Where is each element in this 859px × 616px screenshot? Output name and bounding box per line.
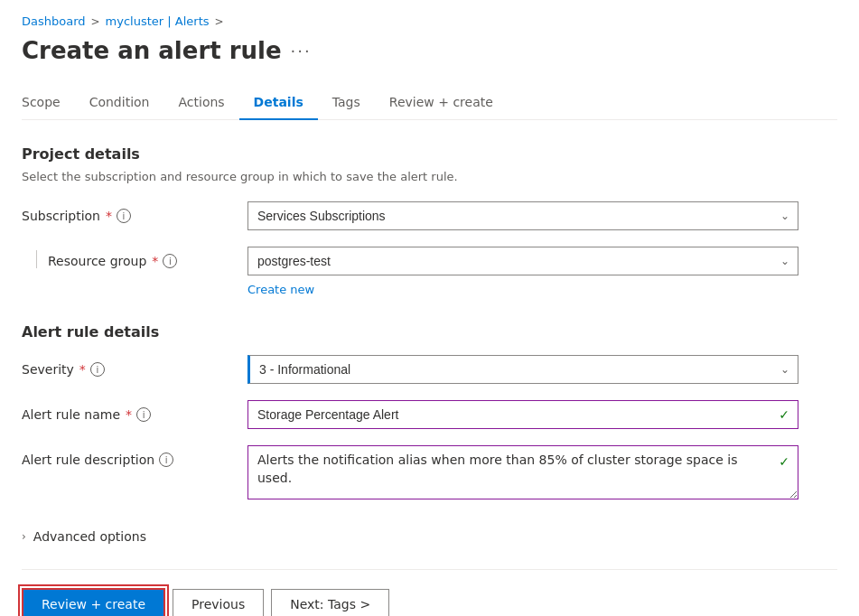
resource-group-required: * [152,254,158,268]
alert-rule-desc-check-icon: ✓ [779,454,789,469]
breadcrumb-cluster[interactable]: mycluster | Alerts [106,14,210,28]
page-title: Create an alert rule [22,37,282,64]
alert-rule-name-wrapper: ✓ [247,400,798,429]
breadcrumb-dashboard[interactable]: Dashboard [22,14,86,28]
severity-select-wrapper: 3 - Informational 0 - Critical 1 - Error… [247,355,798,384]
severity-label: Severity * i [22,355,247,377]
review-create-button[interactable]: Review + create [22,588,165,616]
subscription-info-icon[interactable]: i [117,209,131,223]
resource-group-select-wrapper: postgres-test ⌄ [247,247,798,275]
alert-rule-name-input[interactable] [247,400,798,429]
severity-select[interactable]: 3 - Informational 0 - Critical 1 - Error… [247,355,798,384]
subscription-select[interactable]: Services Subscriptions [247,201,798,230]
alert-rule-name-label: Alert rule name * i [22,400,247,422]
alert-rule-desc-wrapper: Alerts the notification alias when more … [247,445,798,502]
advanced-options-label: Advanced options [33,529,146,544]
severity-required: * [79,362,86,377]
next-tags-button[interactable]: Next: Tags > [271,589,389,616]
alert-rule-name-required: * [126,407,132,422]
alert-rule-details-section: Alert rule details Severity * i 3 - Info… [22,323,837,502]
alert-rule-desc-info-icon[interactable]: i [159,453,173,467]
tab-details[interactable]: Details [239,86,318,120]
footer-divider [22,569,837,570]
resource-group-label: Resource group * i [48,247,177,268]
tab-condition[interactable]: Condition [75,86,164,120]
advanced-options-toggle[interactable]: › Advanced options [22,529,837,544]
resource-group-select[interactable]: postgres-test [247,247,798,275]
more-options-icon[interactable]: ··· [291,42,312,61]
alert-rule-details-title: Alert rule details [22,323,837,341]
resource-group-label-wrapper: Resource group * i [22,247,247,268]
footer-buttons: Review + create Previous Next: Tags > [22,588,837,616]
tab-bar: Scope Condition Actions Details Tags Rev… [22,86,837,120]
tab-tags[interactable]: Tags [318,86,375,120]
project-details-title: Project details [22,145,837,163]
tab-actions[interactable]: Actions [163,86,238,120]
tab-review-create[interactable]: Review + create [375,86,508,120]
resource-group-field-col: postgres-test ⌄ Create new [247,247,798,296]
create-new-link[interactable]: Create new [247,283,798,296]
alert-rule-details-form: Severity * i 3 - Informational 0 - Criti… [22,355,798,502]
subscription-required: * [106,209,112,223]
tab-scope[interactable]: Scope [22,86,75,120]
severity-info-icon[interactable]: i [90,362,105,377]
breadcrumb: Dashboard > mycluster | Alerts > [22,14,837,28]
subscription-select-wrapper: Services Subscriptions ⌄ [247,201,798,230]
project-details-desc: Select the subscription and resource gro… [22,170,837,183]
breadcrumb-sep2: > [215,15,224,28]
alert-rule-name-check-icon: ✓ [779,407,789,422]
resource-group-info-icon[interactable]: i [163,254,177,268]
breadcrumb-sep1: > [91,15,100,28]
project-details-form: Subscription * i Services Subscriptions … [22,201,798,296]
alert-rule-name-info-icon[interactable]: i [136,407,151,422]
previous-button[interactable]: Previous [173,589,264,616]
subscription-label: Subscription * i [22,201,247,223]
alert-rule-desc-textarea[interactable]: Alerts the notification alias when more … [247,445,798,499]
project-details-section: Project details Select the subscription … [22,145,837,296]
advanced-options-chevron-icon: › [22,530,26,543]
alert-rule-desc-label: Alert rule description i [22,445,247,467]
